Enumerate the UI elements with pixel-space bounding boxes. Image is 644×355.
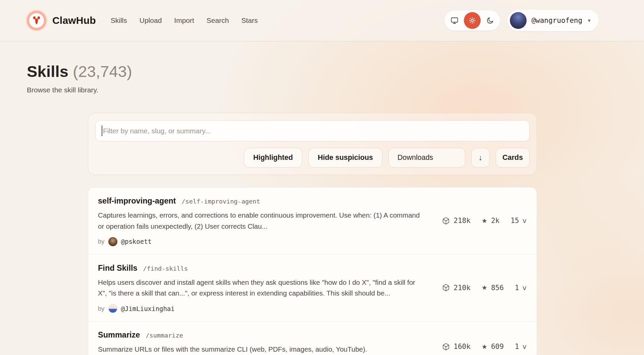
- nav-upload[interactable]: Upload: [140, 16, 162, 25]
- user-menu[interactable]: @wangruofeng ▼: [507, 10, 599, 31]
- text-caret: [102, 126, 102, 136]
- sort-by-select[interactable]: Downloads: [388, 148, 465, 168]
- downloads-count: 160k: [453, 343, 471, 351]
- filter-panel: Highlighted Hide suspicious Downloads ↓ …: [88, 113, 537, 175]
- author-handle[interactable]: @JimLiuxinghai: [121, 305, 175, 312]
- skill-slug: /summarize: [146, 332, 183, 339]
- lobster-icon: [29, 13, 44, 28]
- skill-count: (23,743): [73, 62, 132, 80]
- versions-suffix: v: [523, 217, 527, 225]
- top-navbar: ClawHub Skills Upload Import Search Star…: [0, 0, 644, 41]
- star-icon: ★: [482, 284, 487, 292]
- skill-name[interactable]: Summarize: [98, 330, 140, 340]
- theme-system-button[interactable]: [447, 13, 462, 28]
- author-handle[interactable]: @pskoett: [121, 238, 152, 245]
- stars-count: 856: [491, 284, 504, 292]
- moon-icon: [486, 16, 494, 25]
- skill-summary: Summarize URLs or files with the summari…: [98, 344, 423, 355]
- main-nav: Skills Upload Import Search Stars: [111, 16, 258, 25]
- skill-name[interactable]: self-improving-agent: [98, 196, 176, 206]
- by-label: by: [98, 305, 105, 312]
- filter-input[interactable]: [95, 120, 530, 141]
- package-icon: [442, 343, 450, 351]
- chevron-down-icon: ▼: [587, 18, 591, 23]
- versions-count: 15: [511, 217, 519, 225]
- package-icon: [442, 217, 450, 225]
- nav-skills[interactable]: Skills: [111, 16, 127, 25]
- highlighted-filter-button[interactable]: Highlighted: [244, 148, 302, 168]
- versions-count: 1: [515, 284, 519, 292]
- versions-suffix: v: [523, 284, 527, 292]
- nav-stars[interactable]: Stars: [241, 16, 258, 25]
- skill-stats: 210k ★ 856 1 v: [442, 284, 526, 292]
- sort-direction-button[interactable]: ↓: [471, 148, 490, 168]
- skill-summary: Helps users discover and install agent s…: [98, 277, 423, 299]
- package-icon: [442, 284, 450, 292]
- view-mode-button[interactable]: Cards: [496, 148, 530, 168]
- page-title-text: Skills: [27, 62, 68, 80]
- skill-stats: 218k ★ 2k 15 v: [442, 217, 526, 225]
- avatar: [510, 12, 527, 29]
- versions-count: 1: [515, 343, 519, 351]
- skill-card-summarize[interactable]: Summarize /summarize Summarize URLs or f…: [88, 321, 537, 355]
- stars-count: 609: [491, 343, 504, 351]
- page-subtitle: Browse the skill library.: [27, 86, 644, 94]
- arrow-down-icon: ↓: [479, 153, 483, 162]
- downloads-count: 210k: [453, 284, 471, 292]
- hide-suspicious-filter-button[interactable]: Hide suspicious: [308, 148, 382, 168]
- nav-search[interactable]: Search: [207, 16, 229, 25]
- brand-name[interactable]: ClawHub: [52, 15, 96, 26]
- user-handle: @wangruofeng: [531, 16, 582, 25]
- monitor-icon: [450, 16, 459, 25]
- skill-list: self-improving-agent /self-improving-age…: [88, 187, 537, 355]
- by-label: by: [98, 238, 105, 245]
- author-avatar: [108, 237, 117, 246]
- versions-suffix: v: [523, 343, 527, 351]
- nav-import[interactable]: Import: [174, 16, 194, 25]
- downloads-count: 218k: [453, 217, 471, 225]
- skill-name[interactable]: Find Skills: [98, 264, 138, 273]
- theme-light-button[interactable]: [464, 12, 481, 29]
- sun-icon: [468, 16, 476, 25]
- skill-stats: 160k ★ 609 1 v: [442, 343, 526, 351]
- theme-dark-button[interactable]: [483, 13, 497, 28]
- theme-toggle: [444, 10, 500, 31]
- skill-slug: /self-improving-agent: [181, 198, 260, 205]
- skill-summary: Captures learnings, errors, and correcti…: [98, 210, 423, 232]
- author-avatar: [108, 304, 117, 313]
- page-title: Skills (23,743): [27, 62, 644, 81]
- stars-count: 2k: [491, 217, 499, 225]
- star-icon: ★: [482, 217, 487, 225]
- skill-card-find-skills[interactable]: Find Skills /find-skills Helps users dis…: [88, 254, 537, 321]
- skill-slug: /find-skills: [143, 265, 188, 272]
- skill-card-self-improving-agent[interactable]: self-improving-agent /self-improving-age…: [88, 187, 537, 254]
- clawhub-logo[interactable]: [27, 11, 46, 30]
- star-icon: ★: [482, 343, 487, 351]
